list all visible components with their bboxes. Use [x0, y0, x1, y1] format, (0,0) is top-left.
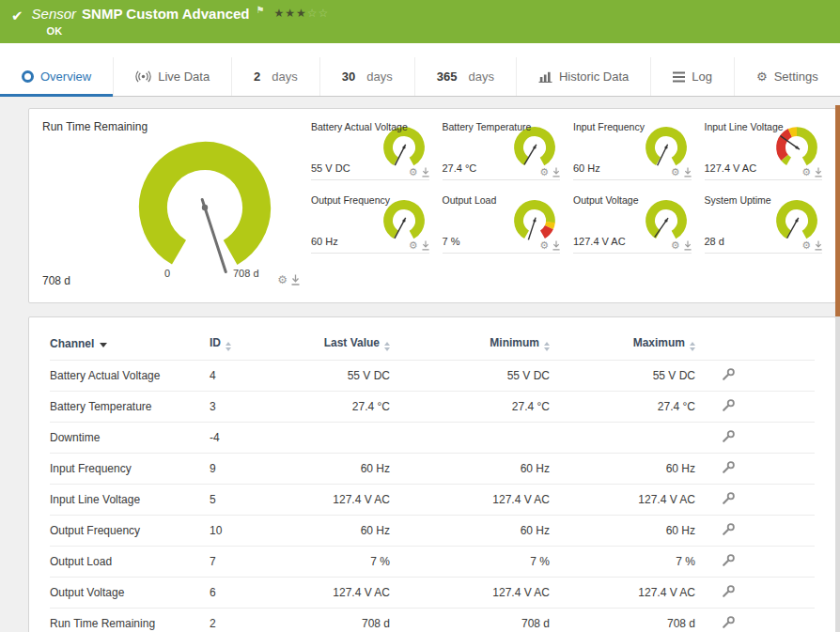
maximum-cell: 60 Hz [576, 516, 722, 547]
table-row[interactable]: Input Line Voltage 5 127.4 V AC 127.4 V … [50, 485, 815, 516]
id-cell: 2 [210, 609, 294, 632]
minimum-cell: 60 Hz [416, 516, 576, 547]
bar-chart-icon [538, 71, 552, 83]
tab-settings[interactable]: ⚙ Settings [734, 57, 840, 96]
title-prefix: Sensor [32, 6, 77, 22]
gauge-dial [643, 197, 690, 244]
pin-icon[interactable] [815, 240, 822, 251]
gauge-card-output-load: Output Load 7 % ⚙ [443, 193, 561, 254]
last-value-cell: 708 d [294, 609, 416, 632]
pin-icon[interactable] [422, 167, 429, 177]
column-header-last-value[interactable]: Last Value [294, 327, 416, 361]
last-value-cell: 127.4 V AC [294, 578, 416, 609]
channel-settings-icon[interactable] [722, 522, 736, 536]
pin-icon[interactable] [552, 240, 560, 251]
gauge-dial [125, 128, 285, 287]
gear-icon[interactable]: ⚙ [277, 274, 288, 285]
tab-30-days[interactable]: 30days [319, 57, 414, 96]
flag-icon[interactable]: ⚑ [256, 5, 264, 15]
gauge-card-battery-actual-voltage: Battery Actual Voltage 55 V DC ⚙ [311, 120, 429, 180]
gear-icon[interactable]: ⚙ [801, 167, 811, 177]
tab-number: 365 [437, 69, 458, 84]
page-title: Sensor SNMP Custom Advanced ⚑ ★★★☆☆ [32, 6, 330, 22]
gauge-actions: ⚙ [671, 240, 692, 251]
gauge-value: 60 Hz [573, 162, 600, 174]
pin-icon[interactable] [552, 167, 560, 177]
pin-icon[interactable] [684, 240, 692, 251]
gear-icon: ⚙ [756, 70, 768, 83]
table-row[interactable]: Output Frequency 10 60 Hz 60 Hz 60 Hz [50, 516, 815, 547]
gauge-scale-min: 0 [164, 268, 170, 279]
sort-icon [226, 342, 231, 351]
channel-settings-icon[interactable] [722, 367, 736, 381]
gear-icon[interactable]: ⚙ [539, 167, 549, 177]
channel-settings-icon[interactable] [722, 584, 736, 598]
channel-settings-icon[interactable] [722, 429, 736, 443]
gauge-label: Output Load [443, 194, 497, 206]
channel-settings-icon[interactable] [722, 398, 736, 412]
channel-settings-icon[interactable] [722, 491, 736, 505]
column-header-id[interactable]: ID [210, 327, 294, 361]
channel-cell: Run Time Remaining [50, 609, 210, 632]
table-row[interactable]: Output Load 7 7 % 7 % 7 % [50, 547, 815, 578]
channel-settings-icon[interactable] [722, 553, 736, 567]
table-row[interactable]: Battery Actual Voltage 4 55 V DC 55 V DC… [50, 361, 815, 392]
maximum-cell: 55 V DC [576, 361, 722, 392]
gauge-actions: ⚙ [409, 167, 429, 177]
table-row[interactable]: Downtime -4 [50, 423, 815, 454]
id-cell: 9 [210, 454, 294, 485]
scrollbar-thumb[interactable] [835, 105, 840, 316]
tab-number: 30 [342, 69, 355, 84]
column-header-channel[interactable]: Channel [50, 327, 210, 361]
last-value-cell: 127.4 V AC [294, 485, 416, 516]
column-header-minimum[interactable]: Minimum [416, 327, 576, 361]
gauge-card-input-line-voltage: Input Line Voltage 127.4 V AC ⚙ [705, 120, 823, 180]
tab-label: Historic Data [559, 69, 629, 84]
table-row[interactable]: Output Voltage 6 127.4 V AC 127.4 V AC 1… [50, 578, 815, 609]
tab-historic-data[interactable]: Historic Data [516, 57, 650, 96]
pin-icon[interactable] [291, 274, 300, 285]
gear-icon[interactable]: ⚙ [409, 240, 418, 251]
channel-cell: Battery Temperature [50, 392, 210, 423]
table-row[interactable]: Input Frequency 9 60 Hz 60 Hz 60 Hz [50, 454, 815, 485]
tab-log[interactable]: Log [650, 57, 734, 96]
table-header-row: Channel ID Last Value Minimum Maximum [50, 327, 815, 361]
gauge-value: 708 d [42, 274, 70, 287]
pin-icon[interactable] [684, 167, 692, 177]
overview-icon [22, 70, 34, 83]
maximum-cell: 708 d [576, 609, 722, 632]
gear-icon[interactable]: ⚙ [671, 240, 680, 251]
title-block: Sensor SNMP Custom Advanced ⚑ ★★★☆☆ OK [32, 0, 330, 37]
gear-icon[interactable]: ⚙ [539, 240, 549, 251]
channel-settings-icon[interactable] [722, 460, 736, 474]
id-cell: 5 [210, 485, 294, 516]
column-header-filler [773, 327, 815, 361]
minimum-cell: 27.4 °C [416, 392, 576, 423]
gear-icon[interactable]: ⚙ [671, 167, 680, 177]
gear-icon[interactable]: ⚙ [409, 167, 418, 177]
id-cell: 3 [210, 392, 294, 423]
tab-365-days[interactable]: 365days [414, 57, 516, 96]
log-list-icon [673, 71, 685, 83]
pin-icon[interactable] [422, 240, 429, 251]
tab-2-days[interactable]: 2days [231, 57, 319, 96]
tab-word: days [468, 69, 493, 84]
column-header-maximum[interactable]: Maximum [576, 327, 722, 361]
gauge-value: 27.4 °C [443, 162, 477, 174]
status-badge: OK [47, 25, 330, 37]
tab-live-data[interactable]: Live Data [113, 57, 231, 96]
channel-settings-icon[interactable] [722, 615, 736, 629]
stars-filled: ★★★ [273, 7, 306, 20]
sensor-header: ✔ Sensor SNMP Custom Advanced ⚑ ★★★☆☆ OK [0, 0, 840, 43]
pin-icon[interactable] [815, 167, 822, 177]
gear-icon[interactable]: ⚙ [801, 240, 811, 251]
priority-stars[interactable]: ★★★☆☆ [273, 7, 329, 20]
table-row[interactable]: Run Time Remaining 2 708 d 708 d 708 d [50, 609, 815, 632]
id-cell: -4 [210, 423, 294, 454]
tab-overview[interactable]: Overview [0, 57, 113, 96]
gauge-value: 7 % [443, 236, 460, 247]
gauge-label: Battery Actual Voltage [311, 121, 408, 132]
tab-label: Log [692, 69, 712, 84]
page-scrollbar[interactable] [835, 105, 840, 632]
table-row[interactable]: Battery Temperature 3 27.4 °C 27.4 °C 27… [50, 392, 815, 423]
